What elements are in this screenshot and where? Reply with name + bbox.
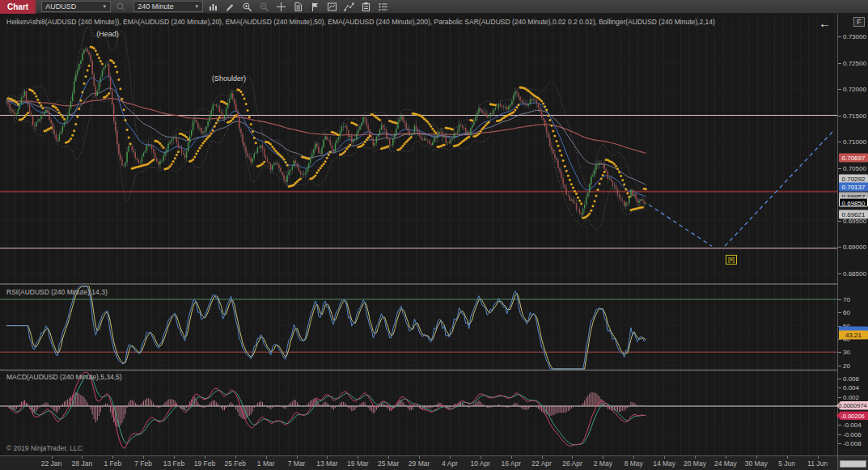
shoulder-annotation[interactable]: (Shoulder) xyxy=(212,74,246,83)
price-tick-label: 0.68500 xyxy=(843,269,866,277)
date-tick xyxy=(695,456,696,459)
price-tick xyxy=(838,247,841,248)
rsi-tick-label: 60 xyxy=(843,309,850,316)
date-label: 10 Apr xyxy=(471,459,491,468)
main-indicator-label[interactable]: HeikenAshi8(AUDUSD (240 Minute)), EMA(AU… xyxy=(6,18,715,26)
price-tick-label: 0.71500 xyxy=(843,112,866,119)
date-tick xyxy=(327,456,328,459)
date-label: 29 Mar xyxy=(409,459,430,468)
interval-selector[interactable]: 240 Minute ▼ xyxy=(133,1,203,12)
date-tick xyxy=(726,456,726,459)
instrument-selector[interactable]: AUDUSD ▼ xyxy=(41,1,111,12)
wave-ii-annotation[interactable]: [ii] xyxy=(726,255,737,265)
price-badge-0.69850: 0.69850 xyxy=(839,197,868,206)
chevron-down-icon: ▼ xyxy=(194,4,199,9)
macd-tick-label: 0.006 xyxy=(843,375,859,382)
crosshair-icon[interactable] xyxy=(273,1,288,13)
rsi-tick xyxy=(838,299,841,300)
date-tick xyxy=(756,456,757,459)
corner-widget[interactable] xyxy=(840,460,866,468)
back-arrow-icon[interactable]: ← xyxy=(819,16,831,30)
zoom-out-icon[interactable] xyxy=(256,1,271,13)
fixed-scale-button[interactable]: F xyxy=(853,17,865,27)
date-tick xyxy=(787,456,788,459)
trendline-icon[interactable] xyxy=(341,1,356,13)
date-label: 1 Feb xyxy=(104,459,121,468)
search-icon[interactable] xyxy=(113,1,128,13)
price-badge-0.70697: 0.70697 xyxy=(839,153,868,162)
macd-tick xyxy=(838,397,841,398)
date-tick xyxy=(82,456,83,459)
macd-badge--0.00206: -0.00206 xyxy=(836,411,868,420)
rsi-tick xyxy=(838,366,841,366)
chart-tab[interactable]: Chart xyxy=(0,0,36,14)
price-tick-label: 0.70500 xyxy=(843,164,866,171)
chart-canvas[interactable] xyxy=(0,14,837,455)
price-tick-label: 0.72000 xyxy=(843,86,866,93)
price-tick xyxy=(838,142,841,142)
date-tick xyxy=(143,456,144,459)
date-label: 14 May xyxy=(653,459,675,468)
date-label: 7 Feb xyxy=(134,459,152,468)
note-icon[interactable] xyxy=(290,1,305,13)
date-tick xyxy=(174,456,175,459)
date-tick xyxy=(388,456,389,459)
date-tick xyxy=(52,456,53,459)
price-tick xyxy=(838,116,841,116)
axis-corner xyxy=(837,455,868,470)
date-label: 24 May xyxy=(714,459,737,468)
price-tick-label: 0.73000 xyxy=(843,33,866,40)
data-series-icon[interactable] xyxy=(375,1,390,13)
indicator-panel-icon[interactable] xyxy=(324,1,339,13)
rsi-tick-label: 70 xyxy=(843,296,850,303)
price-tick xyxy=(838,89,841,90)
date-tick xyxy=(633,456,634,459)
date-tick xyxy=(603,456,603,459)
copyright-label: © 2019 NinjaTrader, LLC xyxy=(6,444,83,452)
price-tick xyxy=(838,221,841,222)
price-tick-label: 0.72500 xyxy=(843,59,866,66)
date-tick xyxy=(542,456,543,459)
time-axis[interactable]: 22 Jan28 Jan1 Feb7 Feb13 Feb19 Feb25 Feb… xyxy=(0,455,868,470)
date-tick xyxy=(235,456,236,459)
date-label: 8 May xyxy=(625,459,643,468)
date-tick xyxy=(572,456,573,459)
head-annotation[interactable]: (Head) xyxy=(96,30,119,38)
date-label: 25 Feb xyxy=(225,459,246,468)
date-label: 13 Feb xyxy=(163,459,184,468)
rsi-tick xyxy=(838,352,841,353)
macd-tick xyxy=(838,387,841,388)
chart-style-icon[interactable] xyxy=(205,1,220,13)
interval-label: 240 Minute xyxy=(138,2,174,11)
price-axis[interactable]: F 0.730000.725000.720000.715000.710000.7… xyxy=(837,14,868,455)
date-label: 7 Mar xyxy=(288,459,306,468)
date-label: 28 Jan xyxy=(72,459,93,468)
date-label: 4 Apr xyxy=(442,459,458,468)
ninjatrader-window: Chart AUDUSD ▼ 240 Minute ▼ xyxy=(0,0,868,470)
date-label: 26 Apr xyxy=(562,459,582,468)
date-tick xyxy=(266,456,267,459)
price-badge-0.70137: 0.70137 xyxy=(839,183,868,192)
macd-tick-label: -0.006 xyxy=(843,430,862,438)
price-tick xyxy=(838,63,841,64)
macd-tick-label: -0.008 xyxy=(843,440,862,447)
date-label: 30 May xyxy=(745,459,768,468)
flag-icon[interactable] xyxy=(307,1,322,13)
date-tick xyxy=(297,456,298,459)
macd-tick xyxy=(838,434,841,435)
rsi-tick-label: 20 xyxy=(843,362,850,369)
macd-indicator-label[interactable]: MACD(AUDUSD (240 Minute),5,34,5) xyxy=(6,373,122,381)
rsi-value-badge: 43.21 xyxy=(839,330,868,339)
instrument-label: AUDUSD xyxy=(45,2,76,11)
drawing-tools-icon[interactable] xyxy=(222,1,237,13)
date-label: 5 Jun xyxy=(778,459,795,468)
price-tick-label: 0.69000 xyxy=(843,243,866,251)
date-tick xyxy=(205,456,205,459)
rsi-indicator-label[interactable]: RSI(AUDUSD (240 Minute),14,3) xyxy=(6,288,108,296)
toolbar: Chart AUDUSD ▼ 240 Minute ▼ xyxy=(0,0,868,14)
date-label: 19 Mar xyxy=(347,459,368,468)
zoom-in-icon[interactable] xyxy=(239,1,254,13)
clipboard-icon[interactable] xyxy=(358,1,373,13)
date-tick xyxy=(358,456,358,459)
price-badge-0.69621: 0.69621 xyxy=(839,210,868,218)
